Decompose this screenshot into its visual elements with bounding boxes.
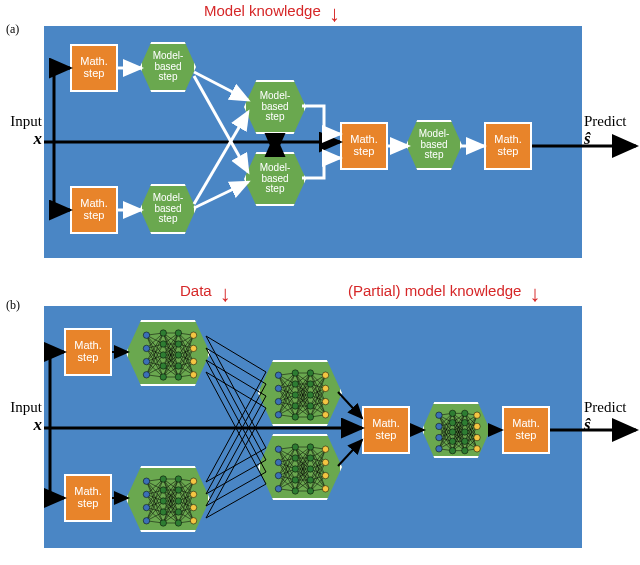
model-step-a5: Model-basedstep [406, 120, 462, 170]
text: Predict [584, 114, 638, 130]
svg-line-438 [206, 408, 266, 518]
svg-line-430 [206, 372, 266, 408]
model-step-a3: Model-basedstep [244, 80, 306, 134]
input-label-a: Input x [0, 114, 42, 148]
math-step-b2: Math.step [64, 474, 112, 522]
svg-line-4 [194, 76, 248, 172]
label: Model-basedstep [252, 91, 298, 123]
math-step-a2: Math.step [70, 186, 118, 234]
svg-point-175 [190, 504, 196, 510]
svg-point-341 [322, 472, 328, 478]
svg-point-251 [307, 370, 313, 376]
svg-point-166 [160, 509, 166, 515]
svg-point-246 [292, 370, 298, 376]
math-step-b4: Math.step [502, 406, 550, 454]
svg-point-77 [143, 345, 149, 351]
svg-point-328 [275, 486, 281, 492]
svg-point-334 [307, 444, 313, 450]
anno-partial-knowledge: (Partial) model knowledge ↓ [348, 282, 541, 299]
panel-a: Math.step Model-basedstep Math.step Mode… [44, 26, 582, 258]
anno-text: (Partial) model knowledge [348, 282, 521, 299]
math-step-a3: Math.step [340, 122, 388, 170]
model-step-a1: Model-basedstep [140, 42, 196, 92]
svg-point-330 [292, 455, 298, 461]
svg-point-342 [322, 486, 328, 492]
svg-line-6 [194, 182, 248, 208]
svg-line-428 [206, 348, 266, 384]
svg-point-80 [160, 330, 166, 336]
svg-point-93 [190, 372, 196, 378]
down-arrow-icon: ↓ [220, 289, 231, 299]
svg-point-172 [175, 520, 181, 526]
svg-point-91 [190, 345, 196, 351]
nn-module-b3 [258, 360, 342, 426]
svg-point-176 [190, 518, 196, 524]
svg-point-254 [307, 403, 313, 409]
svg-point-325 [275, 446, 281, 452]
math-step-a4: Math.step [484, 122, 532, 170]
svg-point-249 [292, 403, 298, 409]
svg-point-247 [292, 381, 298, 387]
svg-point-160 [143, 491, 149, 497]
svg-point-82 [160, 352, 166, 358]
svg-point-336 [307, 466, 313, 472]
svg-point-338 [307, 488, 313, 494]
symbol: x [0, 130, 42, 148]
svg-point-89 [175, 374, 181, 380]
panel-b-letter: (b) [6, 298, 20, 313]
svg-point-326 [275, 459, 281, 465]
svg-point-414 [449, 429, 455, 435]
anno-text: Model knowledge [204, 2, 321, 19]
symbol: ŝ [584, 416, 638, 434]
svg-line-429 [206, 360, 266, 396]
svg-point-420 [462, 438, 468, 444]
svg-point-84 [160, 374, 166, 380]
svg-line-3 [194, 72, 248, 100]
svg-line-431 [206, 336, 266, 448]
svg-point-421 [462, 447, 468, 453]
svg-point-412 [449, 410, 455, 416]
math-step-a1: Math.step [70, 44, 118, 92]
svg-point-171 [175, 509, 181, 515]
label: Math.step [344, 134, 384, 157]
svg-line-432 [206, 348, 266, 460]
svg-point-169 [175, 487, 181, 493]
anno-model-knowledge: Model knowledge ↓ [204, 2, 340, 19]
svg-line-441 [206, 472, 266, 506]
predict-label-b: Predict ŝ [584, 400, 638, 434]
svg-point-87 [175, 352, 181, 358]
svg-point-78 [143, 358, 149, 364]
panel-b: Math.step Math.step Math.step Math.step [44, 306, 582, 548]
svg-point-332 [292, 477, 298, 483]
math-step-b3: Math.step [362, 406, 410, 454]
svg-line-436 [206, 384, 266, 494]
svg-point-88 [175, 363, 181, 369]
svg-point-425 [474, 446, 480, 452]
svg-point-248 [292, 392, 298, 398]
label: Math.step [488, 134, 528, 157]
svg-line-5 [194, 112, 248, 204]
label: Math.step [74, 56, 114, 79]
svg-point-243 [275, 385, 281, 391]
symbol: x [0, 416, 42, 434]
svg-point-419 [462, 429, 468, 435]
svg-point-423 [474, 423, 480, 429]
svg-point-168 [175, 476, 181, 482]
model-step-a4: Model-basedstep [244, 152, 306, 206]
label: Math.step [68, 340, 108, 363]
svg-point-416 [449, 447, 455, 453]
svg-point-409 [436, 423, 442, 429]
svg-point-327 [275, 472, 281, 478]
svg-line-440 [206, 460, 266, 494]
svg-point-76 [143, 332, 149, 338]
svg-point-255 [307, 414, 313, 420]
svg-point-424 [474, 434, 480, 440]
svg-point-83 [160, 363, 166, 369]
label: Math.step [68, 486, 108, 509]
svg-point-86 [175, 341, 181, 347]
svg-point-174 [190, 491, 196, 497]
svg-point-331 [292, 466, 298, 472]
svg-line-442 [206, 484, 266, 518]
text: Predict [584, 400, 638, 416]
anno-text: Data [180, 282, 212, 299]
